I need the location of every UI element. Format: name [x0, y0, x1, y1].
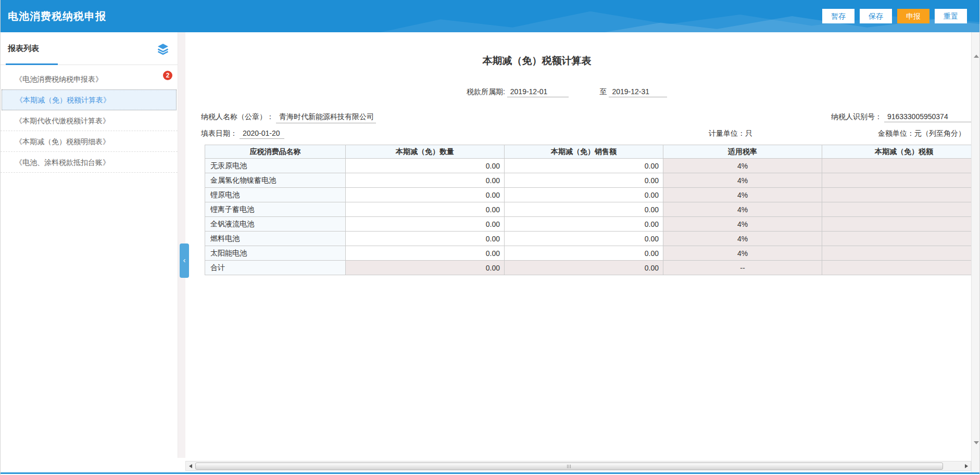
grip-icon: [567, 465, 572, 468]
rate-cell: --: [663, 261, 822, 275]
qty-cell[interactable]: 0.00: [346, 173, 505, 188]
column-header: 本期减（免）税额: [822, 145, 972, 159]
rate-cell: 4%: [663, 159, 822, 173]
tax-table: 应税消费品名称本期减（免）数量本期减（免）销售额适用税率本期减（免）税额 无汞原…: [205, 145, 971, 275]
report-list-item[interactable]: 《电池消费税纳税申报表》2: [1, 69, 178, 89]
sidebar-collapse-handle[interactable]: ‹: [180, 243, 189, 278]
tax-cell: [822, 159, 972, 173]
horizontal-scrollbar-thumb[interactable]: [195, 463, 943, 470]
sidebar: 报表列表 《电池消费税纳税申报表》2《本期减（免）税额计算表》《本期代收代缴税额…: [1, 32, 178, 472]
table-row: 无汞原电池0.000.004%: [205, 159, 972, 173]
report-list-item[interactable]: 《本期代收代缴税额计算表》: [1, 110, 178, 131]
report-item-label: 《电池、涂料税款抵扣台账》: [15, 158, 110, 166]
scroll-up-button[interactable]: [974, 46, 979, 55]
taxpayer-name-label: 纳税人名称（公章）：: [201, 112, 274, 121]
table-body: 无汞原电池0.000.004%金属氢化物镍蓄电池0.000.004%锂原电池0.…: [205, 159, 972, 275]
temp-save-button[interactable]: 暂存: [822, 9, 855, 23]
product-name-cell: 合计: [205, 261, 346, 275]
rate-cell: 4%: [663, 173, 822, 188]
tax-cell: [822, 217, 972, 232]
product-name-cell: 锂离子蓄电池: [205, 202, 346, 217]
sidebar-title: 报表列表: [8, 44, 39, 54]
qty-cell: 0.00: [346, 261, 505, 275]
scroll-left-button[interactable]: [186, 462, 195, 470]
sales-cell[interactable]: 0.00: [505, 246, 663, 261]
qty-cell[interactable]: 0.00: [346, 246, 505, 261]
sales-cell[interactable]: 0.00: [505, 188, 663, 202]
report-item-label: 《本期代收代缴税额计算表》: [15, 117, 110, 125]
report-item-label: 《电池消费税纳税申报表》: [15, 75, 103, 83]
tax-cell: [822, 188, 972, 202]
left-arrow-icon: [189, 464, 192, 468]
fill-date-row: 填表日期： 2020-01-20: [201, 129, 284, 139]
sales-cell[interactable]: 0.00: [505, 232, 663, 246]
sales-cell: 0.00: [505, 261, 663, 275]
tax-period-row: 税款所属期: 2019-12-01 至 2019-12-31: [467, 87, 667, 97]
reset-button[interactable]: 重置: [935, 9, 967, 23]
qty-cell[interactable]: 0.00: [346, 232, 505, 246]
report-list-item[interactable]: 《电池、涂料税款抵扣台账》: [1, 152, 178, 173]
product-name-cell: 太阳能电池: [205, 246, 346, 261]
taxpayer-name-value: 青海时代新能源科技有限公司: [276, 112, 376, 123]
report-list-item[interactable]: 《本期减（免）税额明细表》: [1, 131, 178, 152]
table-header-row: 应税消费品名称本期减（免）数量本期减（免）销售额适用税率本期减（免）税额: [205, 145, 972, 159]
table-row: 燃料电池0.000.004%: [205, 232, 972, 246]
table-row: 全钒液流电池0.000.004%: [205, 217, 972, 232]
tax-cell: [822, 202, 972, 217]
vertical-scrollbar: [971, 32, 980, 472]
taxpayer-name-row: 纳税人名称（公章）： 青海时代新能源科技有限公司: [201, 112, 376, 123]
taxpayer-id-value: 916333005950374: [884, 112, 971, 122]
layers-icon[interactable]: [157, 43, 169, 55]
declare-button[interactable]: 申报: [897, 9, 929, 23]
measure-unit-label: 计量单位：只: [709, 129, 752, 138]
scroll-right-button[interactable]: [962, 462, 971, 470]
rate-cell: 4%: [663, 246, 822, 261]
table-row: 锂原电池0.000.004%: [205, 188, 972, 202]
report-item-label: 《本期减（免）税额计算表》: [16, 96, 110, 104]
amount-unit-label: 金额单位：元（列至角分）: [878, 129, 965, 138]
column-header: 适用税率: [663, 145, 822, 159]
tax-cell: [822, 232, 972, 246]
table-total-row: 合计0.000.00--: [205, 261, 972, 275]
product-name-cell: 燃料电池: [205, 232, 346, 246]
sales-cell[interactable]: 0.00: [505, 202, 663, 217]
save-button[interactable]: 保存: [860, 9, 892, 23]
period-end-input[interactable]: 2019-12-31: [609, 87, 667, 97]
page: 电池消费税纳税申报 暂存保存申报重置 报表列表 《电池消费税纳税申报表》2《本期…: [0, 0, 980, 475]
taxpayer-id-label: 纳税人识别号：: [831, 112, 882, 121]
fill-date-input[interactable]: 2020-01-20: [240, 129, 284, 139]
fill-date-label: 填表日期：: [201, 129, 237, 137]
qty-cell[interactable]: 0.00: [346, 202, 505, 217]
table-row: 金属氢化物镍蓄电池0.000.004%: [205, 173, 972, 188]
qty-cell[interactable]: 0.00: [346, 188, 505, 202]
main-content: 本期减（免）税额计算表 税款所属期: 2019-12-01 至 2019-12-…: [185, 32, 971, 472]
scroll-down-button[interactable]: [974, 444, 979, 454]
qty-cell[interactable]: 0.00: [346, 159, 505, 173]
column-header: 应税消费品名称: [205, 145, 346, 159]
sales-cell[interactable]: 0.00: [505, 159, 663, 173]
period-to-label: 至: [600, 87, 607, 96]
tax-cell: [822, 261, 972, 275]
table-row: 太阳能电池0.000.004%: [205, 246, 972, 261]
horizontal-scrollbar: [185, 461, 971, 471]
taxpayer-id-row: 纳税人识别号： 916333005950374: [831, 112, 971, 122]
qty-cell[interactable]: 0.00: [346, 217, 505, 232]
rate-cell: 4%: [663, 202, 822, 217]
rate-cell: 4%: [663, 188, 822, 202]
sales-cell[interactable]: 0.00: [505, 217, 663, 232]
column-header: 本期减（免）数量: [346, 145, 505, 159]
column-header: 本期减（免）销售额: [505, 145, 663, 159]
product-name-cell: 无汞原电池: [205, 159, 346, 173]
rate-cell: 4%: [663, 217, 822, 232]
sales-cell[interactable]: 0.00: [505, 173, 663, 188]
report-list-item[interactable]: 《本期减（免）税额计算表》: [2, 89, 177, 110]
sidebar-title-underline: [6, 63, 58, 65]
app-title: 电池消费税纳税申报: [8, 0, 106, 32]
product-name-cell: 全钒液流电池: [205, 217, 346, 232]
header-bar: 电池消费税纳税申报 暂存保存申报重置: [1, 0, 979, 32]
tax-cell: [822, 246, 972, 261]
product-name-cell: 金属氢化物镍蓄电池: [205, 173, 346, 188]
bottom-border-line: [1, 472, 979, 474]
product-name-cell: 锂原电池: [205, 188, 346, 202]
period-start-input[interactable]: 2019-12-01: [507, 87, 569, 97]
